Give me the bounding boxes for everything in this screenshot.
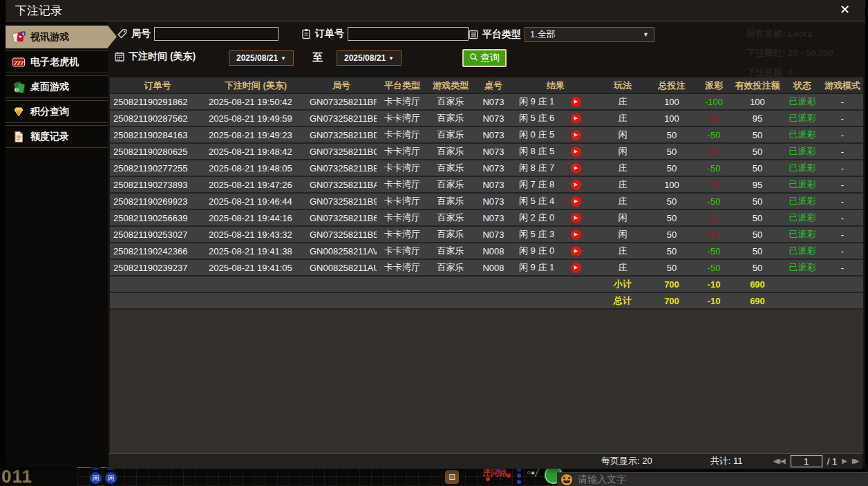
table-game-icon: $: [12, 80, 26, 94]
table-row[interactable]: 250821190253027 2025-08-21 19:43:32 GN07…: [110, 227, 863, 243]
next-page-icon[interactable]: ▶: [842, 458, 847, 465]
total-label: 总计: [598, 293, 648, 308]
player-bead: 闲: [105, 472, 117, 484]
cell-total-bet: 50: [648, 194, 696, 209]
result-text: 闲 7 庄 8: [519, 178, 554, 191]
cell-game-mode: -: [822, 227, 863, 242]
play-video-icon[interactable]: ▶: [571, 97, 581, 107]
sidebar-item-table-games[interactable]: $ 桌面游戏: [6, 75, 108, 98]
table-row[interactable]: 250821190291862 2025-08-21 19:50:42 GN07…: [110, 94, 863, 111]
cell-bet-time: 2025-08-21 19:47:26: [205, 177, 306, 192]
first-page-icon[interactable]: ◀◀: [773, 458, 775, 465]
date-from-picker[interactable]: 2025/08/21 ▼: [229, 50, 294, 66]
table-row[interactable]: 250821190284163 2025-08-21 19:49:23 GN07…: [110, 127, 863, 144]
cell-platform: 卡卡湾厅: [377, 177, 428, 192]
cell-round-number: GN073258211BC: [306, 144, 377, 159]
total-count-label: 共计: 11: [710, 455, 743, 467]
play-video-icon[interactable]: ▶: [571, 196, 581, 207]
sidebar-item-quota-records[interactable]: 额度记录: [6, 125, 108, 148]
table-row[interactable]: 250821190239237 2025-08-21 19:41:05 GN00…: [110, 260, 863, 277]
play-video-icon[interactable]: ▶: [571, 163, 581, 174]
sidebar: 9 视讯游戏 777 电子老虎机: [6, 21, 108, 467]
cell-game-mode: -: [822, 94, 863, 109]
cell-payout: -50: [696, 127, 732, 142]
chat-input-bar[interactable]: 请输入文字: [557, 472, 868, 486]
cell-status: 已派彩: [783, 111, 822, 126]
cell-status: 已派彩: [783, 127, 822, 142]
result-text: 闲 9 庄 1: [519, 95, 554, 108]
play-video-icon[interactable]: ▶: [571, 147, 581, 157]
last-page-icon[interactable]: ▶▶: [852, 458, 854, 465]
cell-status: 已派彩: [783, 177, 822, 192]
cell-round-number: GN073258211BD: [306, 127, 377, 142]
table-row[interactable]: 250821190273893 2025-08-21 19:47:26 GN07…: [110, 177, 863, 194]
sidebar-item-slots[interactable]: 777 电子老虎机: [6, 50, 108, 73]
date-to-label: 至: [312, 51, 323, 64]
cell-payout: 50: [696, 227, 732, 242]
cell-valid-bet: 50: [732, 227, 783, 242]
platform-type-select[interactable]: 1.全部 ▼: [525, 27, 654, 42]
play-video-icon[interactable]: ▶: [571, 180, 581, 190]
table-row[interactable]: 250821190242366 2025-08-21 19:41:38 GN00…: [110, 243, 863, 260]
cell-result: 闲 7 庄 8 ▶: [513, 177, 598, 192]
round-number-input[interactable]: [154, 27, 279, 41]
platform-type-value: 1.全部: [530, 28, 556, 41]
dialog-titlebar: 下注记录 ✕: [6, 0, 865, 21]
close-icon[interactable]: ✕: [840, 3, 850, 17]
cell-table-number: N073: [473, 111, 513, 126]
play-video-icon[interactable]: ▶: [571, 130, 581, 140]
cell-status: 已派彩: [783, 94, 822, 109]
subtotal-bet: 700: [648, 277, 696, 292]
cell-platform: 卡卡湾厅: [377, 243, 428, 259]
column-header: 下注时间 (美东): [205, 77, 306, 93]
search-icon: [469, 53, 478, 64]
order-number-input[interactable]: [348, 27, 469, 41]
document-icon: [12, 130, 26, 144]
date-to-picker[interactable]: 2025/08/21 ▼: [337, 50, 402, 66]
cell-game-type: 百家乐: [428, 177, 473, 192]
column-header: 结果: [513, 77, 598, 93]
calendar-icon: [113, 51, 125, 63]
table-row[interactable]: 250821190277255 2025-08-21 19:48:05 GN07…: [110, 160, 863, 177]
play-video-icon[interactable]: ▶: [571, 213, 581, 223]
result-text: 闲 5 庄 3: [519, 228, 554, 241]
tag-icon: [116, 28, 128, 40]
play-video-icon[interactable]: ▶: [571, 246, 581, 256]
table-row[interactable]: 250821190287562 2025-08-21 19:49:59 GN07…: [110, 111, 863, 127]
play-video-icon[interactable]: ▶: [571, 263, 581, 273]
table-row[interactable]: 250821190256639 2025-08-21 19:44:16 GN07…: [110, 210, 863, 227]
cell-play-type: 闲: [598, 210, 648, 225]
emoji-icon[interactable]: [561, 474, 572, 485]
prev-page-icon[interactable]: ◀: [780, 458, 786, 465]
cell-game-mode: -: [822, 160, 863, 176]
sidebar-item-label: 额度记录: [30, 131, 69, 143]
cell-result: 闲 5 庄 3 ▶: [513, 227, 598, 242]
cell-game-type: 百家乐: [428, 160, 473, 176]
cell-bet-time: 2025-08-21 19:48:42: [205, 144, 306, 159]
play-video-icon[interactable]: ▶: [571, 113, 581, 124]
cell-valid-bet: 100: [732, 94, 783, 109]
column-header: 局号: [306, 77, 377, 93]
playing-cards-icon: 9: [12, 30, 26, 44]
sidebar-item-points[interactable]: 积分查询: [6, 100, 108, 123]
cell-payout: -100: [696, 94, 732, 109]
table-row[interactable]: 250821190269923 2025-08-21 19:46:44 GN07…: [110, 194, 863, 210]
cell-table-number: N073: [473, 227, 513, 242]
cell-result: 闲 8 庄 5 ▶: [513, 144, 598, 159]
cell-game-type: 百家乐: [428, 194, 473, 209]
cell-payout: -50: [696, 160, 732, 176]
sidebar-item-video-games[interactable]: 9 视讯游戏: [6, 26, 108, 48]
page-number-input[interactable]: 1: [791, 455, 822, 467]
cell-order-number: 250821190273893: [110, 177, 205, 192]
cell-round-number: GN073258211B6: [306, 210, 377, 225]
cell-payout: -50: [696, 260, 732, 275]
play-video-icon[interactable]: ▶: [571, 230, 581, 240]
cell-total-bet: 50: [648, 127, 696, 142]
cell-play-type: 庄: [598, 111, 648, 126]
cell-result: 闲 9 庄 0 ▶: [513, 243, 598, 259]
query-button[interactable]: 查询: [462, 49, 507, 67]
cell-platform: 卡卡湾厅: [377, 194, 428, 209]
cell-platform: 卡卡湾厅: [377, 94, 428, 109]
cell-order-number: 250821190277255: [110, 160, 205, 176]
table-row[interactable]: 250821190280625 2025-08-21 19:48:42 GN07…: [110, 144, 863, 160]
